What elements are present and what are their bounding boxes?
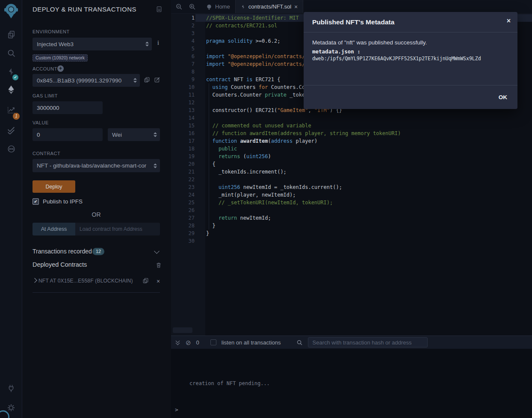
modal-body: Metadata of "nft" was published successf…	[304, 32, 517, 85]
copy-account-icon[interactable]	[144, 77, 150, 83]
modal-file-label: metadata.json :	[312, 48, 509, 55]
gas-limit-input[interactable]	[33, 101, 103, 114]
panel-title: DEPLOY & RUN TRANSACTIONS	[33, 6, 136, 13]
code-line[interactable]: }	[195, 222, 532, 230]
environment-label: ENVIRONMENT	[33, 29, 70, 34]
line-number: 18	[171, 145, 195, 153]
tab-home-label: Home	[215, 3, 230, 10]
line-number: 6	[171, 53, 195, 60]
modal-ok-button[interactable]: OK	[499, 94, 507, 100]
deploy-run-icon[interactable]	[0, 83, 22, 97]
value-input[interactable]	[33, 128, 103, 141]
line-number: 25	[171, 199, 195, 206]
transactions-collapse-icon[interactable]	[154, 248, 160, 254]
modal-title: Published NFT's Metadata	[312, 18, 394, 26]
environment-info-icon[interactable]: i	[157, 40, 159, 47]
gas-limit-label: GAS LIMIT	[33, 93, 58, 98]
search-icon[interactable]	[0, 46, 22, 60]
solidity-file-icon	[241, 4, 245, 10]
code-line[interactable]: _tokenIds.increment();	[195, 168, 532, 176]
clear-console-icon[interactable]: ⊘	[186, 339, 191, 346]
tab-nft-sol[interactable]: contracts/NFT.sol ×	[235, 0, 304, 13]
code-line[interactable]	[195, 176, 532, 183]
modal-ipfs-link[interactable]: dweb:/ipfs/QmYL9P1Z7KE6AQvKJPFF52SX1p2TE…	[312, 56, 509, 62]
contract-expand-icon[interactable]	[32, 278, 37, 283]
at-address-input[interactable]	[75, 223, 160, 235]
zoom-out-icon[interactable]	[175, 3, 183, 10]
file-explorer-icon[interactable]	[0, 27, 22, 41]
add-account-icon[interactable]: +	[57, 65, 64, 72]
code-line[interactable]: return newItemId;	[195, 214, 532, 222]
code-line[interactable]: }	[195, 230, 532, 237]
code-line[interactable]: // _setTokenURI(newItemId, tokenURI);	[195, 199, 532, 206]
code-line[interactable]: returns (uint256)	[195, 153, 532, 160]
unit-testing-icon[interactable]	[0, 123, 22, 136]
listen-transactions-checkbox[interactable]	[210, 339, 216, 345]
code-line[interactable]: function awardItem(address player)	[195, 137, 532, 145]
remix-logo-icon[interactable]	[0, 3, 22, 20]
solidity-compiler-icon[interactable]: ✔	[0, 65, 22, 79]
line-number: 11	[171, 91, 195, 99]
line-number: 28	[171, 222, 195, 230]
stepper-icon	[154, 163, 157, 168]
line-number: 13	[171, 106, 195, 114]
line-number: 19	[171, 153, 195, 160]
account-select[interactable]: 0x845...B1aB3 (999991.3297990	[33, 74, 140, 87]
code-line[interactable]: {	[195, 160, 532, 168]
environment-value: Injected Web3	[37, 41, 74, 47]
documentation-icon[interactable]	[156, 6, 163, 13]
terminal: ⊘ 0 listen on all transactions creation …	[171, 336, 532, 418]
line-number: 21	[171, 168, 195, 176]
trash-icon[interactable]	[156, 262, 162, 268]
code-line[interactable]: // function awardItem(address player, st…	[195, 130, 532, 137]
line-number: 26	[171, 206, 195, 214]
home-logo-icon	[206, 4, 212, 10]
environment-select[interactable]: Injected Web3	[33, 38, 152, 50]
tab-home[interactable]: Home	[201, 0, 235, 13]
contract-select[interactable]: NFT - github/ava-labs/avalanche-smart-co…	[33, 159, 160, 172]
code-line[interactable]	[195, 114, 532, 122]
contract-value: NFT - github/ava-labs/avalanche-smart-co…	[37, 162, 146, 169]
copy-contract-icon[interactable]	[142, 277, 149, 284]
line-number: 23	[171, 183, 195, 191]
terminal-collapse-icon[interactable]	[175, 340, 180, 345]
account-value: 0x845...B1aB3 (999991.3297990	[37, 77, 121, 84]
compiler-success-badge: ✔	[12, 74, 18, 80]
tab-close-icon[interactable]: ×	[294, 3, 298, 10]
modal-close-icon[interactable]: ×	[507, 18, 511, 24]
code-line[interactable]	[195, 237, 532, 245]
value-label: VALUE	[33, 120, 49, 125]
edit-account-icon[interactable]	[154, 77, 160, 83]
plugin-sphere-icon[interactable]	[0, 142, 22, 156]
indent-guide	[209, 83, 209, 230]
at-address-button[interactable]: At Address	[33, 223, 75, 235]
zoom-in-icon[interactable]	[189, 3, 196, 10]
transactions-recorded-label[interactable]: Transactions recorded	[33, 248, 92, 255]
horizontal-scrollbar-thumb[interactable]	[173, 327, 192, 333]
line-number: 2	[171, 22, 195, 29]
pending-tx-count: 0	[196, 339, 199, 346]
line-number: 30	[171, 237, 195, 245]
terminal-search-input[interactable]	[308, 337, 428, 347]
line-number: 15	[171, 122, 195, 130]
code-line[interactable]: _mint(player, newItemId);	[195, 191, 532, 199]
code-line[interactable]: uint256 newItemId = _tokenIds.current();	[195, 183, 532, 191]
plugin-manager-icon[interactable]	[0, 382, 22, 395]
listen-transactions-label: listen on all transactions	[222, 339, 281, 346]
line-number: 17	[171, 137, 195, 145]
network-badge: Custom (10920) network	[33, 54, 88, 62]
code-line[interactable]: public	[195, 145, 532, 153]
value-unit-select[interactable]: Wei	[108, 128, 160, 141]
analytics-icon[interactable]: 1	[0, 103, 22, 117]
remove-contract-icon[interactable]: ×	[157, 278, 160, 284]
deploy-button[interactable]: Deploy	[33, 180, 75, 193]
deployed-contract-item[interactable]: NFT AT 0X15E...E558F (BLOCKCHAIN)	[38, 278, 133, 284]
publish-ipfs-checkbox[interactable]: ✔	[33, 198, 39, 205]
terminal-prompt[interactable]: >	[175, 406, 178, 413]
code-line[interactable]	[195, 206, 532, 214]
line-number: 16	[171, 130, 195, 137]
line-number: 12	[171, 99, 195, 106]
line-number: 27	[171, 214, 195, 222]
published-metadata-modal: Published NFT's Metadata × Metadata of "…	[304, 12, 517, 109]
code-line[interactable]: // commented out unused variable	[195, 122, 532, 130]
